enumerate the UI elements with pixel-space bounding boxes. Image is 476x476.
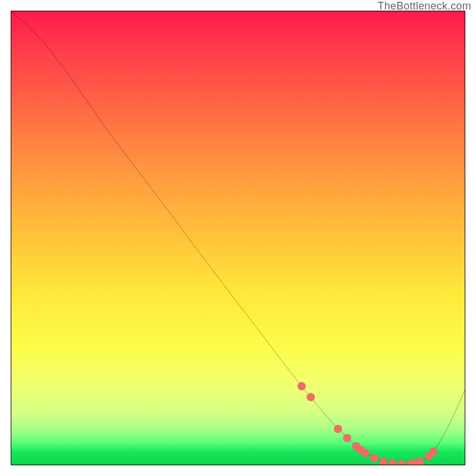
chart-gradient-background <box>11 11 465 465</box>
bottleneck-chart: TheBottleneck.com <box>0 0 476 476</box>
